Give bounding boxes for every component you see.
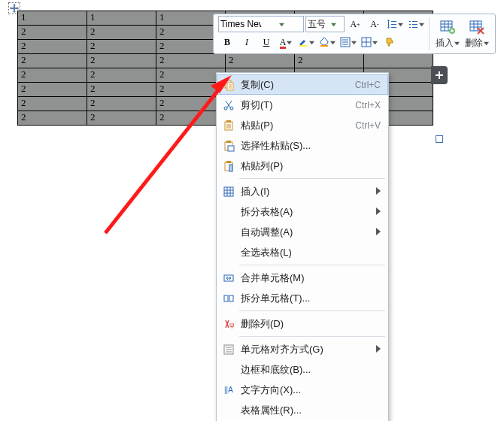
menu-item-label: 拆分表格(A) [236, 205, 376, 219]
menu-item-label: 拆分单元格(T)... [236, 292, 381, 305]
paste3-icon [221, 160, 236, 172]
table-cell[interactable]: 2 [87, 54, 156, 68]
menu-item-label: 合并单元格(M) [236, 271, 381, 285]
menu-item[interactable]: 合并单元格(M) [217, 268, 388, 288]
table-cell[interactable]: 2 [156, 54, 226, 68]
svg-rect-21 [224, 295, 228, 301]
table-cell[interactable]: 2 [18, 83, 87, 97]
menu-item-label: 文字方向(X)... [236, 383, 381, 397]
highlight-button[interactable] [296, 34, 316, 50]
table-resize-handle[interactable] [436, 135, 443, 143]
table-cell[interactable]: 2 [156, 111, 226, 126]
cut-icon [221, 99, 236, 111]
svg-rect-1 [320, 45, 328, 47]
menu-item[interactable]: 粘贴列(P) [217, 156, 388, 176]
svg-rect-17 [226, 161, 231, 163]
menu-item-label: 全选表格(L) [236, 246, 381, 259]
table-cell[interactable]: 2 [226, 54, 295, 68]
table-cell[interactable] [364, 54, 433, 68]
svg-point-10 [230, 107, 233, 110]
svg-point-9 [224, 107, 227, 110]
table-cell[interactable]: 2 [18, 97, 87, 111]
line-spacing-button[interactable] [385, 16, 405, 32]
underline-button[interactable]: U [257, 34, 275, 50]
mini-toolbar: Times New Rom 五号 A+ A- B I U A [213, 14, 496, 54]
menu-item[interactable]: 边框和底纹(B)... [217, 359, 388, 380]
add-column-tab[interactable] [431, 66, 448, 84]
table-cell[interactable]: 2 [87, 83, 156, 97]
menu-item-label: 表格属性(R)... [236, 404, 381, 417]
table-cell[interactable]: 2 [87, 97, 156, 111]
submenu-arrow-icon [376, 345, 381, 354]
paste-icon [221, 120, 236, 132]
svg-rect-0 [299, 45, 307, 47]
svg-text:ψ: ψ [229, 321, 234, 329]
list-button[interactable] [406, 16, 426, 32]
menu-item[interactable]: 复制(C)Ctrl+C [217, 74, 388, 95]
svg-rect-14 [226, 141, 231, 143]
copy-icon [221, 79, 236, 91]
table-cell[interactable]: 2 [295, 54, 364, 68]
table-cell[interactable]: 2 [18, 26, 87, 40]
submenu-arrow-icon [376, 187, 381, 196]
menu-item[interactable]: 插入(I) [217, 181, 388, 201]
table-cell[interactable]: 2 [87, 68, 156, 83]
font-family-select[interactable]: Times New Rom [218, 16, 304, 32]
menu-item[interactable]: 拆分单元格(T)... [217, 288, 388, 308]
table-cell[interactable]: 2 [18, 68, 87, 83]
svg-rect-18 [229, 165, 232, 171]
font-size-select[interactable]: 五号 [305, 16, 345, 32]
menu-item-label: 粘贴列(P) [236, 159, 381, 173]
shrink-font-button[interactable]: A- [366, 16, 384, 32]
menu-item-label: 粘贴(P) [236, 119, 355, 132]
svg-rect-15 [228, 146, 234, 151]
font-color-button[interactable]: A [277, 34, 295, 50]
table-insert-icon [439, 19, 456, 35]
table-cell[interactable]: 2 [156, 97, 226, 111]
borders-button[interactable] [360, 34, 379, 50]
submenu-arrow-icon [376, 207, 381, 217]
menu-item-shortcut: Ctrl+V [355, 120, 381, 131]
align-button[interactable] [339, 34, 358, 50]
table-cell[interactable]: 1 [87, 11, 156, 26]
delcol-icon: ψ [221, 318, 236, 330]
menu-item-label: 边框和底纹(B)... [236, 363, 381, 377]
menu-item[interactable]: 粘贴(P)Ctrl+V [217, 115, 388, 135]
align-icon [221, 344, 236, 356]
menu-item[interactable]: ||A文字方向(X)... [217, 380, 388, 400]
table-cell[interactable]: 1 [18, 11, 87, 26]
table-cell[interactable]: 2 [87, 26, 156, 40]
table-cell[interactable]: 2 [156, 68, 226, 83]
table-cell[interactable]: 2 [87, 40, 156, 54]
grid-icon [221, 186, 236, 198]
font-family-value: Times New Rom [220, 19, 261, 29]
shading-button[interactable] [317, 34, 337, 50]
italic-button[interactable]: I [238, 34, 256, 50]
table-cell[interactable]: 2 [18, 111, 87, 126]
paste2-icon [221, 140, 236, 152]
menu-item[interactable]: 全选表格(L) [217, 242, 388, 262]
menu-item[interactable]: 剪切(T)Ctrl+X [217, 95, 388, 115]
menu-item[interactable]: ψ删除列(D) [217, 313, 388, 334]
menu-item[interactable]: 拆分表格(A) [217, 201, 388, 222]
grow-font-button[interactable]: A+ [346, 16, 364, 32]
table-cell[interactable]: 2 [18, 40, 87, 54]
textdir-icon: ||A [221, 384, 236, 396]
svg-rect-12 [226, 120, 231, 123]
insert-dropdown[interactable]: 插入 [433, 16, 463, 52]
format-painter-button[interactable] [381, 34, 399, 50]
menu-item-label: 自动调整(A) [236, 226, 376, 239]
table-cell[interactable]: 2 [156, 83, 226, 97]
menu-item-label: 复制(C) [236, 78, 355, 92]
menu-item[interactable]: 选择性粘贴(S)... [217, 135, 388, 156]
delete-dropdown[interactable]: 删除 [462, 16, 492, 52]
menu-item[interactable]: 表格属性(R)... [217, 400, 388, 420]
bold-button[interactable]: B [218, 34, 236, 50]
menu-item-shortcut: Ctrl+X [355, 100, 381, 111]
table-delete-icon [469, 19, 485, 35]
menu-item[interactable]: 单元格对齐方式(G) [217, 339, 388, 359]
menu-item[interactable]: 自动调整(A) [217, 222, 388, 242]
table-cell[interactable]: 2 [87, 111, 156, 126]
menu-item-label: 选择性粘贴(S)... [236, 139, 381, 153]
table-cell[interactable]: 2 [18, 54, 87, 68]
